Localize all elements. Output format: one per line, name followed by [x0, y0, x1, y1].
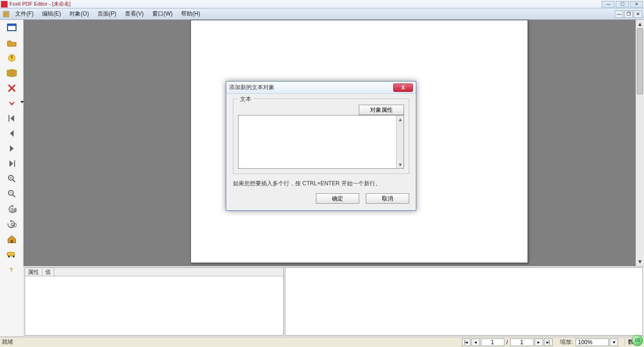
svg-rect-18 — [11, 240, 13, 243]
home-icon[interactable] — [4, 233, 19, 245]
dialog-title: 添加新的文本对象 — [229, 83, 274, 91]
last-page-btn[interactable]: ▸| — [544, 339, 553, 346]
close-button[interactable]: ✕ — [630, 1, 643, 8]
dialog-hint: 如果您想要插入多个行，按 CTRL+ENTER 开始一个新行。 — [233, 180, 409, 188]
menu-edit[interactable]: 编辑(E) — [38, 9, 65, 19]
book-icon[interactable] — [4, 67, 19, 79]
add-text-dialog: 添加新的文本对象 X 文本 对象属性 ▴ ▾ 如果您想要插入多个行，按 CTRL… — [226, 81, 416, 211]
last-page-icon[interactable] — [4, 157, 19, 170]
cancel-button[interactable]: 取消 — [366, 193, 409, 204]
titlebar: Foxit PDF Editor - [未命名] — ☐ ✕ — [0, 0, 644, 8]
menu-help[interactable]: 帮助(H) — [177, 9, 204, 19]
rotate-left-icon[interactable]: 90 — [4, 203, 19, 215]
zoom-dropdown[interactable]: ▾ — [610, 339, 618, 346]
dialog-buttons: 确定 取消 — [233, 193, 409, 204]
textarea-scrollbar[interactable]: ▴ ▾ — [396, 116, 404, 168]
app-title: Foxit PDF Editor - [未命名] — [9, 0, 71, 8]
menu-page[interactable]: 页面(P) — [94, 9, 120, 19]
export-icon[interactable] — [4, 52, 19, 64]
svg-rect-0 — [3, 11, 9, 17]
mdi-restore[interactable]: ❐ — [624, 10, 633, 18]
scroll-up-arrow-icon[interactable]: ▲ — [636, 20, 644, 28]
svg-text:90: 90 — [10, 222, 17, 229]
info-panel — [285, 267, 643, 336]
col-value[interactable]: 值 — [42, 268, 54, 276]
help-icon[interactable]: ? — [4, 263, 19, 275]
svg-text:?: ? — [9, 267, 13, 273]
groupbox-legend: 文本 — [238, 95, 253, 103]
svg-point-20 — [8, 256, 10, 257]
text-content-input[interactable] — [239, 116, 396, 168]
dialog-close-button[interactable]: X — [393, 83, 413, 92]
mdi-close[interactable]: ✕ — [634, 10, 642, 18]
properties-header: 属性 值 — [25, 268, 283, 276]
open-folder-icon[interactable] — [4, 37, 19, 49]
svg-line-10 — [13, 180, 15, 182]
dialog-titlebar[interactable]: 添加新的文本对象 X — [226, 82, 416, 94]
menu-file[interactable]: 文件(F) — [11, 9, 37, 19]
mdi-minimize[interactable]: — — [615, 10, 623, 18]
object-icon[interactable] — [4, 248, 19, 260]
menu-object[interactable]: 对象(O) — [66, 9, 92, 19]
vertical-scrollbar[interactable]: ▲ ▼ — [636, 20, 644, 266]
properties-panel: 属性 值 — [25, 267, 284, 336]
status-badge[interactable]: 66 — [632, 335, 643, 346]
delete-icon[interactable] — [4, 82, 19, 94]
object-properties-button[interactable]: 对象属性 — [359, 105, 404, 115]
window-controls: — ☐ ✕ — [602, 1, 643, 8]
col-property[interactable]: 属性 — [25, 268, 42, 276]
pager: |◂ ◂ 1 / 1 ▸ ▸| 缩放: 100% ▾ 数字 — [462, 338, 642, 346]
page-current[interactable]: 1 — [481, 339, 504, 346]
svg-line-14 — [13, 195, 15, 197]
svg-text:90: 90 — [10, 207, 17, 214]
rotate-right-icon[interactable]: 90 — [4, 218, 19, 230]
menubar: 文件(F) 编辑(E) 对象(O) 页面(P) 查看(V) 窗口(W) 帮助(H… — [0, 8, 644, 20]
import-arrow-icon[interactable] — [4, 97, 19, 109]
bottom-panels: 属性 值 — [24, 266, 644, 337]
statusbar: 就绪 |◂ ◂ 1 / 1 ▸ ▸| 缩放: 100% ▾ 数字 66 — [0, 337, 644, 347]
zoom-in-icon[interactable] — [4, 173, 19, 185]
zoom-out-icon[interactable] — [4, 188, 19, 200]
menu-window[interactable]: 窗口(W) — [149, 9, 176, 19]
scroll-thumb[interactable] — [637, 28, 643, 94]
dialog-body: 文本 对象属性 ▴ ▾ 如果您想要插入多个行，按 CTRL+ENTER 开始一个… — [226, 94, 416, 210]
next-page-icon[interactable] — [4, 142, 19, 155]
status-ready: 就绪 — [2, 338, 13, 346]
vertical-toolbar: 90 90 ? — [0, 20, 24, 337]
ta-scroll-down-icon[interactable]: ▾ — [396, 161, 404, 168]
mdi-controls: — ❐ ✕ — [615, 10, 644, 18]
maximize-button[interactable]: ☐ — [616, 1, 629, 8]
svg-rect-8 — [14, 160, 15, 167]
ok-button[interactable]: 确定 — [316, 193, 359, 204]
prev-page-icon[interactable] — [4, 127, 19, 140]
text-input-wrap: ▴ ▾ — [238, 115, 404, 169]
page-sep: / — [505, 339, 509, 346]
zoom-value[interactable]: 100% — [576, 339, 609, 346]
svg-rect-2 — [8, 24, 16, 26]
svg-rect-7 — [8, 115, 9, 122]
page-total: 1 — [510, 339, 534, 346]
menu-view[interactable]: 查看(V) — [121, 9, 148, 19]
text-groupbox: 文本 对象属性 ▴ ▾ — [233, 99, 409, 174]
app-menu-icon — [2, 10, 10, 18]
new-file-icon[interactable] — [4, 22, 19, 34]
zoom-label: 缩放: — [558, 338, 575, 346]
next-page-btn[interactable]: ▸ — [535, 339, 543, 346]
prev-page-btn[interactable]: ◂ — [471, 339, 480, 346]
svg-rect-19 — [7, 252, 15, 256]
app-icon — [1, 1, 8, 8]
scroll-down-arrow-icon[interactable]: ▼ — [636, 257, 644, 266]
minimize-button[interactable]: — — [602, 1, 615, 8]
first-page-btn[interactable]: |◂ — [462, 339, 471, 346]
first-page-icon[interactable] — [4, 112, 19, 124]
ta-scroll-up-icon[interactable]: ▴ — [396, 116, 404, 123]
svg-point-21 — [13, 256, 15, 257]
